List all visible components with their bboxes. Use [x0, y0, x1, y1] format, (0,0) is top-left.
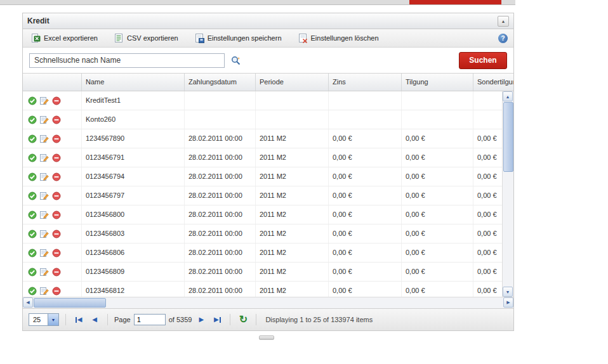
row-actions: [23, 129, 82, 148]
scroll-up-icon[interactable]: ▲: [503, 91, 513, 101]
edit-icon[interactable]: [40, 153, 49, 162]
delete-icon[interactable]: [52, 153, 61, 162]
sondertilgung-cell: 0,00 €: [473, 129, 502, 148]
column-header-name[interactable]: Name: [82, 74, 185, 91]
table-row[interactable]: 012345680628.02.2011 00:002011 M20,00 €0…: [23, 244, 502, 263]
save-settings-button[interactable]: Einstellungen speichern: [192, 32, 284, 45]
prev-page-button[interactable]: ◀: [88, 313, 101, 326]
page-size-value: 25: [29, 314, 48, 325]
column-header-periode[interactable]: Periode: [256, 74, 329, 91]
edit-icon[interactable]: [40, 249, 49, 257]
search-input[interactable]: [29, 53, 225, 68]
page-number-input[interactable]: [134, 314, 166, 325]
name-cell: 1234567890: [82, 129, 185, 148]
zahlungsdatum-cell: [185, 110, 256, 129]
confirm-icon[interactable]: [28, 172, 37, 181]
delete-icon[interactable]: [52, 230, 61, 238]
help-icon[interactable]: ?: [498, 34, 508, 43]
confirm-icon[interactable]: [28, 230, 37, 238]
search-magnifier-icon[interactable]: [230, 55, 241, 66]
zahlungsdatum-cell: 28.02.2011 00:00: [185, 263, 256, 281]
name-cell: 0123456794: [82, 167, 185, 186]
delete-icon[interactable]: [52, 134, 61, 143]
delete-icon[interactable]: [52, 172, 61, 181]
scroll-down-icon[interactable]: ▼: [503, 287, 513, 297]
edit-icon[interactable]: [40, 115, 49, 124]
edit-icon[interactable]: [40, 134, 49, 143]
delete-settings-icon: [298, 34, 308, 43]
edit-icon[interactable]: [40, 230, 49, 238]
confirm-icon[interactable]: [28, 134, 37, 143]
table-row[interactable]: 123456789028.02.2011 00:002011 M20,00 €0…: [23, 129, 502, 148]
table-row[interactable]: 012345679728.02.2011 00:002011 M20,00 €0…: [23, 186, 502, 205]
edit-icon[interactable]: [40, 287, 49, 296]
delete-settings-label: Einstellungen löschen: [311, 34, 379, 42]
periode-cell: 2011 M2: [256, 148, 329, 167]
delete-icon[interactable]: [52, 192, 61, 200]
table-row[interactable]: 012345680928.02.2011 00:002011 M20,00 €0…: [23, 263, 502, 282]
vertical-scrollbar[interactable]: ▲ ▼: [502, 91, 513, 297]
periode-cell: 2011 M2: [256, 129, 329, 148]
delete-settings-button[interactable]: Einstellungen löschen: [296, 32, 381, 45]
last-page-button[interactable]: ▶: [211, 313, 223, 326]
edit-icon[interactable]: [40, 192, 49, 200]
edit-icon[interactable]: [40, 96, 49, 105]
save-settings-icon: [195, 34, 204, 43]
row-actions: [23, 91, 82, 110]
scroll-left-icon[interactable]: ◀: [23, 297, 33, 308]
table-row[interactable]: Konto260: [23, 110, 502, 129]
row-actions: [23, 186, 82, 205]
confirm-icon[interactable]: [28, 211, 37, 219]
periode-cell: 2011 M2: [256, 205, 329, 224]
table-row[interactable]: KreditTest1: [23, 91, 502, 110]
csv-icon: [114, 34, 124, 43]
first-page-button[interactable]: ◀: [72, 313, 85, 326]
csv-export-button[interactable]: CSV exportieren: [112, 32, 181, 45]
delete-icon[interactable]: [52, 96, 61, 105]
top-red-button-fragment[interactable]: [409, 0, 501, 4]
excel-export-button[interactable]: Excel exportieren: [29, 32, 100, 45]
row-actions: [23, 244, 82, 262]
delete-icon[interactable]: [52, 115, 61, 124]
periode-cell: 2011 M2: [256, 263, 329, 281]
table-row[interactable]: 012345679428.02.2011 00:002011 M20,00 €0…: [23, 167, 502, 186]
edit-icon[interactable]: [40, 211, 49, 219]
table-body: KreditTest1Konto260123456789028.02.2011 …: [23, 91, 502, 297]
confirm-icon[interactable]: [28, 249, 37, 257]
table-row[interactable]: 012345681228.02.2011 00:002011 M20,00 €0…: [23, 282, 502, 297]
refresh-button[interactable]: ↻: [237, 313, 249, 326]
edit-icon[interactable]: [40, 268, 49, 276]
resize-handle[interactable]: [259, 335, 274, 340]
search-button[interactable]: Suchen: [459, 52, 507, 69]
column-header-tilgung[interactable]: Tilgung: [402, 74, 473, 91]
delete-icon[interactable]: [52, 268, 61, 276]
table-row[interactable]: 012345680328.02.2011 00:002011 M20,00 €0…: [23, 224, 502, 244]
confirm-icon[interactable]: [28, 115, 37, 124]
periode-cell: [256, 110, 329, 129]
page-size-select[interactable]: 25 ▼: [29, 313, 59, 326]
delete-icon[interactable]: [52, 211, 61, 219]
top-toolbar-fragment: [0, 0, 515, 5]
scroll-right-icon[interactable]: ▶: [503, 297, 513, 308]
collapse-panel-button[interactable]: ▲: [498, 16, 509, 27]
zahlungsdatum-cell: 28.02.2011 00:00: [185, 205, 256, 224]
row-actions: [23, 167, 82, 186]
edit-icon[interactable]: [40, 172, 49, 181]
horizontal-scroll-thumb[interactable]: [34, 298, 106, 308]
column-header-sondertilgung[interactable]: Sondertilgung: [473, 74, 513, 91]
confirm-icon[interactable]: [28, 192, 37, 200]
table-row[interactable]: 012345680028.02.2011 00:002011 M20,00 €0…: [23, 205, 502, 224]
next-page-button[interactable]: ▶: [195, 313, 208, 326]
table-row[interactable]: 012345679128.02.2011 00:002011 M20,00 €0…: [23, 148, 502, 167]
confirm-icon[interactable]: [28, 287, 37, 296]
chevron-down-icon: ▼: [48, 314, 58, 325]
column-header-zins[interactable]: Zins: [329, 74, 402, 91]
delete-icon[interactable]: [52, 287, 61, 296]
vertical-scroll-thumb[interactable]: [503, 102, 513, 172]
delete-icon[interactable]: [52, 249, 61, 257]
column-header-zahlungsdatum[interactable]: Zahlungsdatum: [185, 74, 256, 91]
confirm-icon[interactable]: [28, 268, 37, 276]
confirm-icon[interactable]: [28, 96, 37, 105]
confirm-icon[interactable]: [28, 153, 37, 162]
horizontal-scrollbar[interactable]: ◀ ▶: [23, 297, 513, 308]
